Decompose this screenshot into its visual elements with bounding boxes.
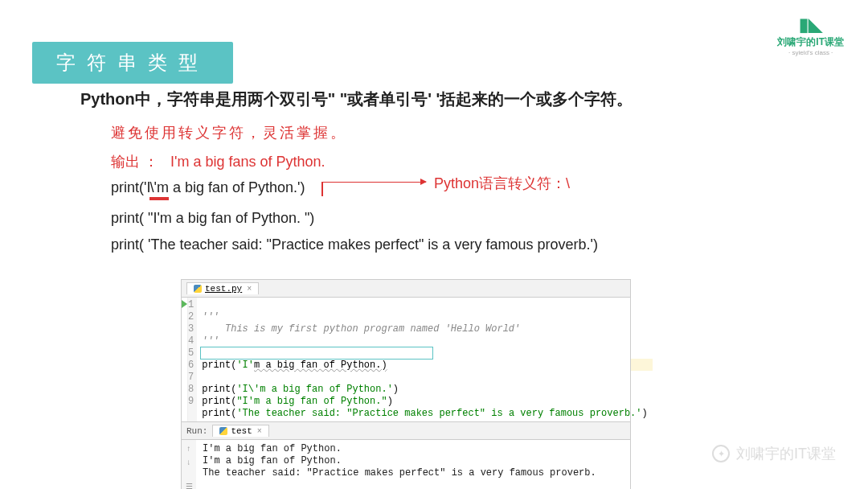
line-numbers: 123456789: [188, 298, 197, 421]
editor-tab[interactable]: test.py ×: [186, 282, 259, 294]
escape-highlight: \'m: [149, 179, 168, 200]
python-icon: [219, 427, 227, 435]
selection-box: [200, 347, 433, 360]
brand-logo: ▮◣ 刘啸宇的IT课堂 · syield's class ·: [777, 14, 844, 56]
output-value: I'm a big fans of Python.: [170, 154, 326, 170]
logo-subtext: · syield's class ·: [777, 49, 844, 56]
note-text: 避免使用转义字符，灵活掌握。: [111, 123, 836, 142]
run-gutter-icon[interactable]: [182, 300, 187, 308]
wrap-icon[interactable]: ☰: [186, 482, 193, 489]
example-line-3: print( 'The teacher said: "Practice make…: [111, 236, 836, 253]
section-title: 字符串类型: [32, 42, 233, 84]
close-icon[interactable]: ×: [257, 427, 262, 436]
output-line: 输出 ： I'm a big fans of Python.: [111, 152, 836, 171]
wechat-icon: ✦: [712, 445, 730, 462]
editor-pane: 123456789 ''' This is my first python pr…: [181, 297, 631, 422]
code-area[interactable]: ''' This is my first python program name…: [197, 298, 653, 421]
logo-mark: ▮◣: [777, 14, 844, 35]
close-icon[interactable]: ×: [247, 285, 252, 294]
ide-screenshot: test.py × 123456789 ''' This is my first…: [181, 279, 631, 489]
example-line-2: print( "I'm a big fan of Python. "): [111, 210, 836, 227]
arrow-down-icon[interactable]: ↓: [186, 458, 191, 467]
watermark: ✦ 刘啸宇的IT课堂: [712, 444, 836, 463]
intro-text: Python中，字符串是用两个双引号" "或者单引号' '括起来的一个或多个字符…: [80, 88, 836, 110]
annotation-connector: [321, 182, 323, 196]
python-icon: [194, 285, 202, 293]
run-tab[interactable]: test ×: [212, 425, 268, 437]
console-output: I'm a big fan of Python. I'm a big fan o…: [196, 440, 630, 489]
output-label: 输出 ：: [111, 154, 158, 170]
annotation-text: Python语言转义符：\: [434, 174, 570, 193]
console-toolbar: ↑ ↓ ☰: [182, 440, 196, 489]
console-pane: ↑ ↓ ☰ I'm a big fan of Python. I'm a big…: [181, 440, 631, 489]
logo-text: 刘啸宇的IT课堂: [777, 35, 844, 49]
editor-tabbar: test.py ×: [181, 279, 631, 297]
arrow-up-icon[interactable]: ↑: [186, 445, 191, 454]
annotation-arrow: [321, 182, 426, 183]
run-toolbar: Run: test ×: [181, 422, 631, 440]
